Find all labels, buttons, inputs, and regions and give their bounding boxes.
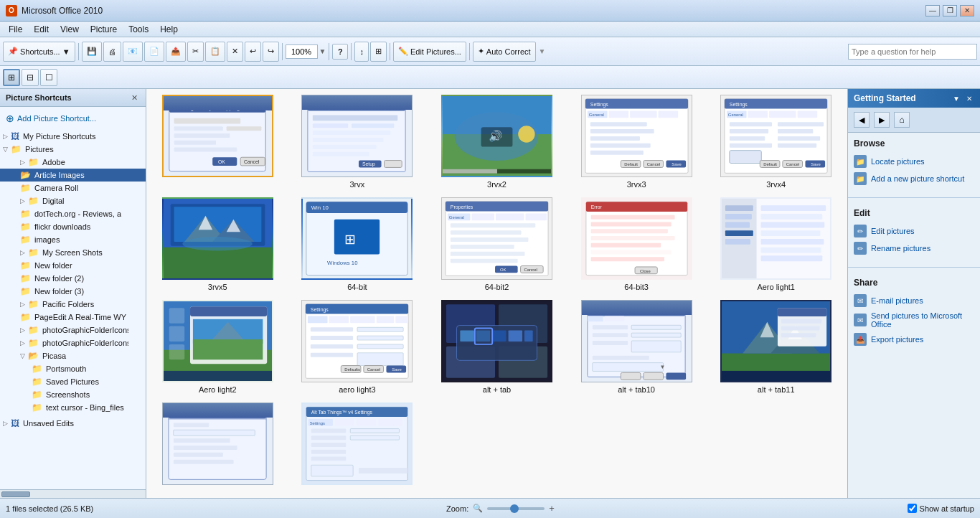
folder-pageedit[interactable]: 📁 PageEdit A Real-Time WY <box>0 311 146 324</box>
folder-photographic2[interactable]: ▷ 📁 photoGraphicFolderIcons <box>0 336 146 349</box>
image-thumbnail[interactable]: Alt Tab Things™ v4 Settings Settings <box>301 402 413 485</box>
single-view-button[interactable]: ☐ <box>40 69 57 86</box>
list-item[interactable]: Set Up Setup 3rvx <box>292 95 423 189</box>
folder-pacific[interactable]: ▷ 📁 Pacific Folders <box>0 298 146 311</box>
export-button[interactable]: 📤 <box>166 42 186 62</box>
back-button[interactable]: ◀ <box>854 112 870 128</box>
zoom-slider[interactable] <box>487 507 545 510</box>
folder-screenshots[interactable]: 📁 Screenshots <box>0 388 146 401</box>
image-thumbnail[interactable]: Settings General <box>720 95 831 177</box>
menu-tools[interactable]: Tools <box>123 23 154 36</box>
restore-button[interactable]: ❐ <box>943 5 957 17</box>
office-button[interactable]: 📄 <box>144 42 164 62</box>
email-button[interactable]: 📧 <box>123 42 143 62</box>
nav-pictures[interactable]: ▽ 📁 Pictures <box>0 143 146 156</box>
delete-button[interactable]: ✕ <box>227 42 243 62</box>
folder-text-cursor[interactable]: 📁 text cursor - Bing_files <box>0 401 146 414</box>
save-button[interactable]: 💾 <box>82 42 102 62</box>
image-thumbnail[interactable]: IntelliPoint Preferences <box>162 402 273 485</box>
folder-article-images[interactable]: 📂 Article Images <box>0 169 146 182</box>
auto-correct-button[interactable]: ✦ Auto Correct <box>473 42 536 62</box>
menu-edit[interactable]: Edit <box>28 23 55 36</box>
scrollbar-thumb[interactable] <box>1 491 30 497</box>
folder-adobe[interactable]: ▷ 📁 Adobe <box>0 156 146 169</box>
shortcuts-dropdown-button[interactable]: 📌 Shortcuts... ▼ <box>3 42 75 62</box>
image-thumbnail[interactable]: Error Close <box>581 197 692 280</box>
menu-file[interactable]: File <box>3 23 28 36</box>
rename-pictures-link[interactable]: ✏ Rename pictures <box>854 240 974 257</box>
folder-new1[interactable]: 📁 New folder <box>0 259 146 272</box>
undo-button[interactable]: ↩ <box>245 42 261 62</box>
list-item[interactable]: Aero light2 <box>152 300 283 394</box>
folder-saved-pictures[interactable]: 📁 Saved Pictures <box>0 375 146 388</box>
folder-new3[interactable]: 📁 New folder (3) <box>0 285 146 298</box>
list-item[interactable]: Properties General <box>431 197 562 291</box>
image-thumbnail[interactable]: Settings ▼ <box>581 300 692 382</box>
edit-pictures-button[interactable]: ✏️ Edit Pictures... <box>393 42 466 62</box>
list-item[interactable]: 3rvx5 <box>152 197 283 291</box>
help-button[interactable]: ? <box>332 44 348 60</box>
home-button[interactable]: ⌂ <box>894 112 910 128</box>
list-item[interactable]: Settings General <box>571 95 702 189</box>
forward-button[interactable]: ▶ <box>874 112 890 128</box>
list-item[interactable]: IntelliPoint Preferences <box>152 402 283 488</box>
add-picture-shortcut-link[interactable]: 📁 Add a new picture shortcut <box>854 170 974 187</box>
horizontal-scrollbar[interactable] <box>0 489 146 498</box>
folder-dottech[interactable]: 📁 dotTech.org - Reviews, a <box>0 207 146 220</box>
panel-close-btn[interactable]: ✕ <box>964 93 974 103</box>
zoom-input[interactable] <box>286 44 318 59</box>
redo-button[interactable]: ↪ <box>263 42 279 62</box>
folder-picasa[interactable]: ▽ 📂 Picasa <box>0 349 146 362</box>
image-thumbnail[interactable] <box>720 197 831 280</box>
list-item[interactable]: alt + tab <box>431 300 562 394</box>
image-thumbnail[interactable]: Configure key remapping or blocking OK C… <box>162 95 273 177</box>
show-startup-checkbox[interactable] <box>908 504 917 513</box>
nav-unsaved-edits[interactable]: ▷ 🖼 Unsaved Edits <box>0 417 146 430</box>
image-thumbnail[interactable]: Settings General <box>581 95 692 177</box>
print-button[interactable]: 🖨 <box>103 42 121 62</box>
panel-close-button[interactable]: ✕ <box>128 92 140 103</box>
image-thumbnail[interactable]: Win 10 ⊞ Windows 10 <box>301 197 413 280</box>
help-search-input[interactable] <box>848 44 977 60</box>
thumbnail-view-button[interactable]: ⊞ <box>3 69 20 86</box>
email-pictures-link[interactable]: ✉ E-mail pictures <box>854 292 974 309</box>
list-item[interactable]: Settings General <box>710 95 842 189</box>
menu-picture[interactable]: Picture <box>85 23 123 36</box>
list-item[interactable]: Configure key remapping or blocking OK C… <box>152 95 283 189</box>
close-button[interactable]: ✕ <box>960 5 974 17</box>
folder-screen-shots[interactable]: ▷ 📁 My Screen Shots <box>0 246 146 259</box>
nav-my-picture-shortcuts[interactable]: ▷ 🖼 My Picture Shortcuts <box>0 130 146 143</box>
image-thumbnail[interactable] <box>720 300 831 382</box>
image-thumbnail[interactable] <box>162 300 273 382</box>
list-item[interactable]: Aero light1 <box>710 197 842 291</box>
add-shortcut-link[interactable]: ⊕ Add Picture Shortcut... <box>0 110 146 127</box>
folder-images[interactable]: 📁 images <box>0 233 146 246</box>
folder-portsmouth[interactable]: 📁 Portsmouth <box>0 362 146 375</box>
image-thumbnail[interactable]: 🔊 <box>441 95 552 177</box>
cut-button[interactable]: ✂ <box>187 42 204 62</box>
locate-pictures-link[interactable]: 📁 Locate pictures <box>854 153 974 170</box>
filmstrip-view-button[interactable]: ⊟ <box>22 69 39 86</box>
edit-pictures-link[interactable]: ✏ Edit pictures <box>854 222 974 240</box>
image-thumbnail[interactable]: Settings <box>301 300 413 382</box>
send-to-office-link[interactable]: ✉ Send pictures to Microsoft Office <box>854 309 974 331</box>
folder-camera-roll[interactable]: 📁 Camera Roll <box>0 182 146 194</box>
list-item[interactable]: alt + tab11 <box>710 300 842 394</box>
image-thumbnail[interactable] <box>162 197 273 280</box>
list-item[interactable]: Settings ▼ <box>571 300 702 394</box>
folder-photographic1[interactable]: ▷ 📁 photoGraphicFolderIcons <box>0 324 146 336</box>
list-item[interactable]: Settings <box>292 300 423 394</box>
image-thumbnail[interactable]: Properties General <box>441 197 552 280</box>
zoom-in-icon[interactable]: + <box>549 503 555 514</box>
folder-digital[interactable]: ▷ 📁 Digital <box>0 194 146 207</box>
image-thumbnail[interactable]: Set Up Setup <box>301 95 413 177</box>
folder-flickr[interactable]: 📁 flickr downloads <box>0 220 146 233</box>
copy-button[interactable]: 📋 <box>205 42 225 62</box>
list-item[interactable]: Win 10 ⊞ Windows 10 64-bit <box>292 197 423 291</box>
zoom-out-icon[interactable]: 🔍 <box>473 504 483 513</box>
zoom-fit-button[interactable]: ⊞ <box>370 42 387 62</box>
image-thumbnail[interactable] <box>441 300 552 382</box>
arrow-button[interactable]: ↕ <box>354 42 369 62</box>
minimize-button[interactable]: — <box>925 5 940 17</box>
menu-help[interactable]: Help <box>154 23 184 36</box>
